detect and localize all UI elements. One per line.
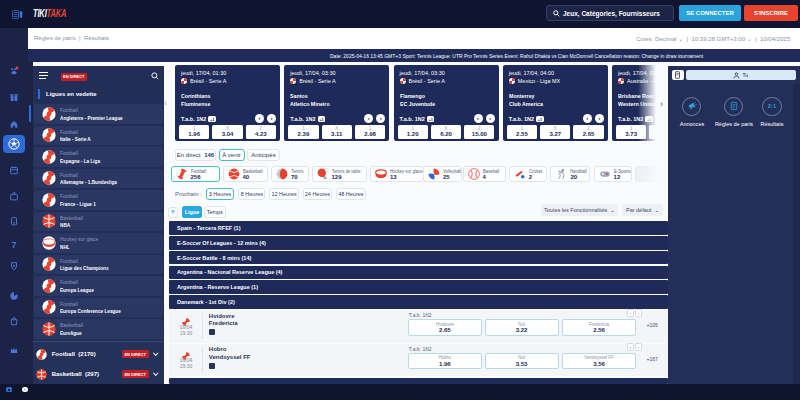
svg-text:7: 7 <box>12 240 17 250</box>
